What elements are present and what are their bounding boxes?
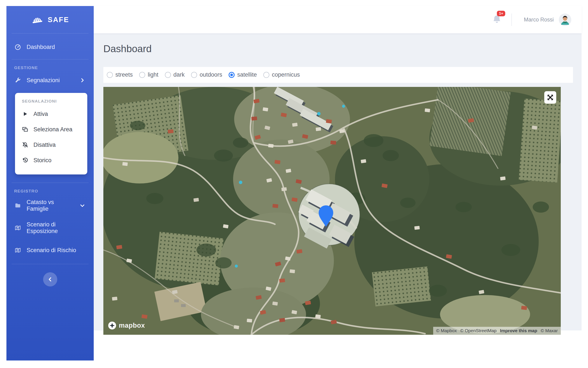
divider bbox=[12, 59, 89, 59]
radio-label: copernicus bbox=[272, 72, 300, 78]
content: Dashboard streets light dark bbox=[94, 33, 582, 331]
submenu-item-attiva[interactable]: Attiva bbox=[21, 106, 81, 122]
page-title: Dashboard bbox=[103, 33, 582, 55]
map-style-bar: streets light dark outdoors bbox=[103, 67, 573, 83]
sidebar-item-label: Dashboard bbox=[27, 44, 55, 50]
radio-label: satellite bbox=[237, 72, 257, 78]
radio-label: dark bbox=[173, 72, 185, 78]
chevron-right-icon bbox=[79, 77, 86, 84]
map-icon bbox=[14, 247, 21, 254]
radio-label: light bbox=[148, 72, 159, 78]
section-gestione: GESTIONE bbox=[6, 65, 94, 70]
submenu-item-seleziona-area[interactable]: Seleziona Area bbox=[21, 122, 81, 137]
brand[interactable]: SAFE bbox=[6, 6, 94, 33]
attribution-maxar[interactable]: © Maxar bbox=[541, 328, 558, 333]
topbar: 1+ Marco Rossi bbox=[94, 6, 582, 33]
map-icon bbox=[14, 224, 21, 231]
section-registro: REGISTRO bbox=[6, 189, 94, 193]
radio-light[interactable] bbox=[139, 72, 145, 78]
radio-copernicus[interactable] bbox=[263, 72, 269, 78]
sidebar-item-label: Segnalazioni bbox=[27, 77, 60, 84]
collapse-sidebar-button[interactable] bbox=[43, 272, 57, 286]
attribution-improve-link[interactable]: Improve this map bbox=[500, 328, 537, 333]
avatar[interactable] bbox=[559, 14, 571, 26]
main-area: 1+ Marco Rossi Dashboard bbox=[94, 6, 582, 360]
submenu-item-label: Storico bbox=[34, 157, 52, 164]
sidebar-item-label: Scenario di Esposizione bbox=[27, 221, 86, 235]
style-option-satellite[interactable]: satellite bbox=[229, 72, 257, 78]
divider bbox=[511, 14, 512, 26]
folder-icon bbox=[14, 202, 21, 209]
segnalazioni-submenu: SEGNALAZIONI Attiva Seleziona Area bbox=[15, 93, 87, 175]
radio-label: outdoors bbox=[200, 72, 222, 78]
helmet-icon bbox=[31, 15, 43, 25]
mapbox-logo[interactable]: mapbox bbox=[108, 321, 145, 330]
app-frame: SAFE Dashboard GESTIONE bbox=[6, 6, 582, 360]
map[interactable]: mapbox © Mapbox © OpenStreetMap Improve … bbox=[103, 87, 561, 335]
submenu-item-label: Disattiva bbox=[34, 142, 56, 148]
collapse-area bbox=[6, 272, 94, 286]
chevron-down-icon bbox=[79, 202, 86, 209]
map-attribution: © Mapbox © OpenStreetMap Improve this ma… bbox=[433, 327, 561, 335]
submenu-item-storico[interactable]: Storico bbox=[21, 153, 81, 168]
sidebar-item-label: Scenario di Rischio bbox=[27, 247, 76, 254]
attribution-osm[interactable]: © OpenStreetMap bbox=[460, 328, 497, 333]
notification-bell[interactable]: 1+ bbox=[492, 14, 502, 25]
submenu-item-disattiva[interactable]: Disattiva bbox=[21, 137, 81, 153]
radio-dark[interactable] bbox=[165, 72, 171, 78]
submenu-item-label: Seleziona Area bbox=[34, 126, 72, 133]
submenu-header: SEGNALAZIONI bbox=[22, 99, 81, 104]
divider bbox=[12, 183, 89, 183]
sidebar-item-scenario-rischio[interactable]: Scenario di Rischio bbox=[6, 239, 94, 261]
style-option-outdoors[interactable]: outdoors bbox=[191, 72, 222, 78]
divider bbox=[12, 264, 89, 264]
style-option-copernicus[interactable]: copernicus bbox=[263, 72, 300, 78]
sidebar-item-label: Catasto vs Famiglie bbox=[27, 199, 73, 212]
mapbox-logo-text: mapbox bbox=[119, 322, 145, 329]
play-icon bbox=[21, 110, 29, 118]
gauge-icon bbox=[14, 43, 21, 51]
style-option-light[interactable]: light bbox=[139, 72, 159, 78]
map-image bbox=[103, 87, 561, 335]
radio-outdoors[interactable] bbox=[191, 72, 197, 78]
radio-streets[interactable] bbox=[107, 72, 113, 78]
sidebar-item-scenario-esposizione[interactable]: Scenario di Esposizione bbox=[6, 217, 94, 239]
sidebar-item-dashboard[interactable]: Dashboard bbox=[6, 38, 94, 56]
submenu-item-label: Attiva bbox=[34, 111, 48, 117]
sidebar-item-segnalazioni[interactable]: Segnalazioni bbox=[6, 71, 94, 90]
history-icon bbox=[21, 157, 29, 164]
select-area-icon bbox=[21, 126, 29, 133]
radio-label: streets bbox=[115, 72, 133, 78]
user-name[interactable]: Marco Rossi bbox=[524, 17, 554, 23]
mapbox-logo-icon bbox=[108, 321, 117, 330]
attribution-mapbox[interactable]: © Mapbox bbox=[436, 328, 457, 333]
brand-name: SAFE bbox=[48, 16, 69, 24]
sidebar: SAFE Dashboard GESTIONE bbox=[6, 6, 94, 360]
wrench-icon bbox=[14, 77, 21, 84]
style-option-streets[interactable]: streets bbox=[107, 72, 133, 78]
notification-badge: 1+ bbox=[497, 11, 505, 17]
page: SAFE Dashboard GESTIONE bbox=[0, 0, 588, 368]
sidebar-item-catasto[interactable]: Catasto vs Famiglie bbox=[6, 194, 94, 217]
radio-satellite[interactable] bbox=[229, 72, 235, 78]
avatar-illustration bbox=[559, 14, 571, 26]
bell-off-icon bbox=[21, 141, 29, 148]
fullscreen-button[interactable] bbox=[544, 91, 556, 104]
chevron-left-icon bbox=[46, 276, 54, 283]
fullscreen-expand-icon bbox=[546, 93, 554, 102]
style-option-dark[interactable]: dark bbox=[165, 72, 185, 78]
divider bbox=[12, 33, 89, 34]
